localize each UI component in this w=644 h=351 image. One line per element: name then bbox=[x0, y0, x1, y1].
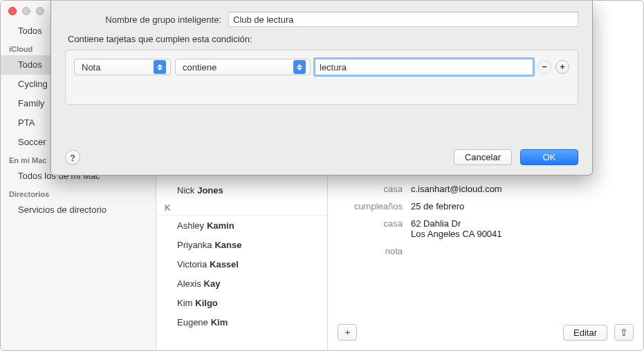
minimize-window-button[interactable] bbox=[22, 7, 30, 15]
add-condition-button[interactable]: + bbox=[555, 60, 569, 74]
group-name-label: Nombre de grupo inteligente: bbox=[65, 15, 228, 25]
group-name-input[interactable] bbox=[228, 12, 578, 27]
remove-condition-button: − bbox=[537, 60, 551, 74]
detail-value: 25 de febrero bbox=[411, 201, 643, 211]
list-item[interactable]: Kim Kilgo bbox=[156, 293, 327, 312]
detail-value: c.isanhart@icloud.com bbox=[411, 184, 643, 194]
ok-button[interactable]: OK bbox=[520, 149, 578, 165]
detail-label: cumpleaños bbox=[328, 201, 411, 211]
close-window-button[interactable] bbox=[8, 7, 17, 15]
popup-arrows-icon bbox=[293, 60, 306, 74]
field-popup-value: Nota bbox=[82, 62, 100, 73]
first-name: Victoria bbox=[177, 259, 207, 269]
detail-row: casac.isanhart@icloud.com bbox=[328, 180, 643, 198]
first-name: Priyanka bbox=[177, 240, 212, 250]
list-item[interactable]: Ashley Kamin bbox=[156, 216, 327, 235]
list-item[interactable]: Alexis Kay bbox=[156, 274, 327, 293]
condition-intro-label: Contiene tarjetas que cumplen esta condi… bbox=[65, 34, 578, 44]
field-popup[interactable]: Nota bbox=[74, 59, 171, 75]
operator-popup-value: contiene bbox=[183, 62, 217, 73]
share-button[interactable]: ⇧ bbox=[614, 324, 634, 341]
share-icon: ⇧ bbox=[620, 327, 628, 338]
smart-group-sheet: Nombre de grupo inteligente: Contiene ta… bbox=[50, 1, 593, 176]
last-name: Kim bbox=[211, 317, 228, 328]
plus-icon: + bbox=[560, 61, 565, 72]
section-header-letter: K bbox=[156, 200, 327, 216]
detail-label: casa bbox=[328, 184, 411, 194]
help-button[interactable]: ? bbox=[65, 150, 80, 165]
sidebar-header-directories: Directorios bbox=[1, 186, 156, 200]
detail-label: casa bbox=[328, 218, 411, 229]
first-name: Eugene bbox=[177, 317, 208, 328]
first-name: Kim bbox=[177, 298, 192, 308]
minus-icon: − bbox=[542, 61, 547, 72]
last-name: Kamin bbox=[207, 220, 234, 231]
first-name: Ashley bbox=[177, 220, 204, 231]
operator-popup[interactable]: contiene bbox=[175, 59, 311, 75]
cancel-button[interactable]: Cancelar bbox=[454, 149, 512, 165]
detail-row: nota bbox=[328, 243, 643, 260]
list-item[interactable]: Priyanka Kanse bbox=[156, 235, 327, 254]
popup-arrows-icon bbox=[154, 60, 166, 74]
detail-label: nota bbox=[328, 246, 411, 256]
edit-button[interactable]: Editar bbox=[563, 325, 607, 341]
detail-row: casa62 Dahlia DrLos Angeles CA 90041 bbox=[328, 215, 643, 243]
last-name: Kanse bbox=[214, 240, 241, 250]
condition-row: Nota contiene − + bbox=[74, 59, 569, 75]
first-name: Nick bbox=[177, 185, 194, 196]
list-item[interactable]: Nick Jones bbox=[156, 180, 327, 200]
condition-value-input[interactable] bbox=[315, 59, 533, 75]
list-item[interactable]: Eugene Kim bbox=[156, 312, 327, 332]
zoom-window-button[interactable] bbox=[36, 7, 44, 15]
detail-row: cumpleaños25 de febrero bbox=[328, 198, 643, 215]
list-item[interactable]: Victoria Kassel bbox=[156, 254, 327, 274]
detail-value: 62 Dahlia DrLos Angeles CA 90041 bbox=[411, 218, 643, 239]
last-name: Kay bbox=[204, 278, 221, 289]
sidebar-item-directory-services[interactable]: Servicios de directorio bbox=[1, 200, 156, 220]
last-name: Kassel bbox=[210, 259, 239, 269]
first-name: Alexis bbox=[177, 278, 201, 289]
condition-box: Nota contiene − + bbox=[65, 50, 578, 105]
last-name: Kilgo bbox=[195, 298, 218, 308]
last-name: Jones bbox=[197, 185, 223, 196]
